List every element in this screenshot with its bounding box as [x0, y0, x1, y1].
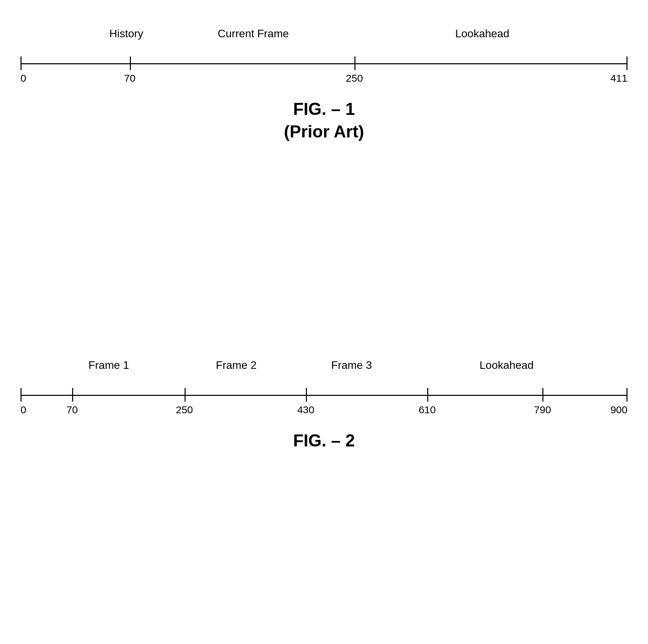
fig2-title: FIG. – 2 [21, 431, 627, 451]
fig2-title-line1: FIG. – 2 [21, 431, 627, 451]
fig2-tick-790 [542, 388, 543, 402]
fig2-label-900: 900 [610, 404, 627, 416]
fig1-bar: 0 70 250 411 [21, 55, 627, 72]
fig1-label-0: 0 [21, 72, 26, 84]
fig1-label-411: 411 [610, 72, 627, 84]
fig1-history-label: History [109, 27, 144, 40]
figure-1-container: History Current Frame Lookahead 0 70 250 [21, 27, 627, 142]
fig2-tick-70 [72, 388, 73, 402]
fig2-frame1-label: Frame 1 [89, 359, 129, 372]
fig2-frame3-label: Frame 3 [331, 359, 372, 372]
fig2-hline [21, 395, 627, 396]
fig1-title-line2: (Prior Art) [21, 122, 627, 142]
fig2-label-430: 430 [297, 404, 314, 416]
fig1-label-70: 70 [124, 72, 135, 84]
fig1-tick-70 [130, 56, 131, 70]
fig1-tick-0 [21, 56, 22, 70]
fig2-tick-900 [626, 388, 627, 402]
fig2-tick-250 [185, 388, 186, 402]
fig2-section-labels: Frame 1 Frame 2 Frame 3 Lookahead [21, 359, 627, 383]
figure-2-container: Frame 1 Frame 2 Frame 3 Lookahead 0 70 [21, 359, 627, 451]
fig1-title: FIG. – 1 (Prior Art) [21, 99, 627, 142]
fig2-label-790: 790 [534, 404, 551, 416]
fig1-lookahead-label: Lookahead [455, 27, 509, 40]
fig2-label-70: 70 [66, 404, 78, 416]
fig1-title-line1: FIG. – 1 [21, 99, 627, 119]
fig2-label-610: 610 [419, 404, 436, 416]
fig1-tick-411 [626, 56, 627, 70]
fig1-section-labels: History Current Frame Lookahead [21, 27, 627, 51]
fig2-tick-430 [306, 388, 307, 402]
fig2-bar: 0 70 250 430 610 790 900 [21, 386, 627, 403]
fig2-tick-610 [427, 388, 428, 402]
fig2-label-0: 0 [21, 404, 26, 416]
fig2-label-250: 250 [176, 404, 193, 416]
fig1-hline [21, 63, 627, 64]
fig2-tick-0 [21, 388, 22, 402]
fig1-current-frame-label: Current Frame [218, 27, 289, 40]
fig1-label-250: 250 [346, 72, 363, 84]
fig2-frame2-label: Frame 2 [216, 359, 257, 372]
fig1-tick-250 [354, 56, 355, 70]
fig2-timeline: Frame 1 Frame 2 Frame 3 Lookahead 0 70 [21, 359, 627, 403]
fig1-timeline: History Current Frame Lookahead 0 70 250 [21, 27, 627, 72]
fig2-lookahead-label: Lookahead [480, 359, 534, 372]
